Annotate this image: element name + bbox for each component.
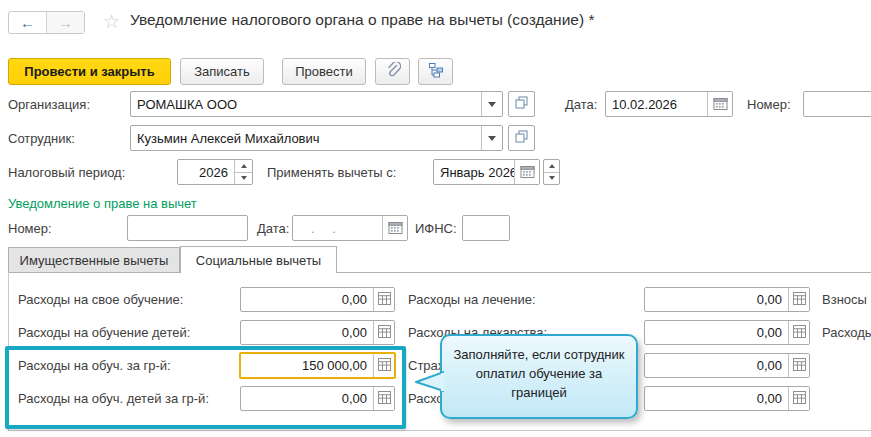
employee-open-button[interactable] <box>508 125 535 151</box>
children-education-field[interactable]: 0,00 <box>240 320 395 345</box>
expenses-abroad-value: 0,00 <box>645 387 788 410</box>
doc-date-value: 10.02.2026 <box>606 92 707 116</box>
organization-combobox[interactable]: РОМАШКА ООО <box>130 91 503 117</box>
ifns-value <box>463 216 509 240</box>
tax-period-field[interactable]: 2026 <box>177 159 253 185</box>
apply-from-field[interactable]: Январь 2026 <box>433 159 540 185</box>
back-button[interactable]: ← <box>9 12 47 33</box>
organization-open-button[interactable] <box>508 91 535 117</box>
callout-tooltip: Заполняйте, если сотрудник оплатил обуче… <box>440 334 638 419</box>
apply-from-spinner[interactable] <box>543 159 560 185</box>
treatment-field[interactable]: 0,00 <box>644 287 810 312</box>
ifns-label: ИФНС: <box>415 221 457 236</box>
favorite-star-icon[interactable]: ☆ <box>103 10 120 33</box>
calculator-icon <box>378 325 391 341</box>
triangle-up <box>549 164 555 168</box>
children-education-abroad-label: Расходы на обуч. детей за гр-й: <box>18 391 209 406</box>
organization-label: Организация: <box>8 97 90 112</box>
treatment-calc-button[interactable] <box>788 288 809 311</box>
tax-period-spinner[interactable] <box>234 160 252 184</box>
ifns-field[interactable] <box>462 215 510 241</box>
calculator-icon <box>378 358 391 374</box>
notification-number-label: Номер: <box>8 221 52 236</box>
apply-from-value: Январь 2026 <box>434 160 514 184</box>
window-title: Уведомление налогового органа о праве на… <box>130 11 594 29</box>
employee-label: Сотрудник: <box>8 131 75 146</box>
children-education-label: Расходы на обучение детей: <box>18 325 190 340</box>
education-abroad-label: Расходы на обуч. за гр-й: <box>18 358 171 373</box>
notification-number-value <box>128 216 247 240</box>
calendar-icon <box>713 96 728 113</box>
post-and-close-button[interactable]: Провести и закрыть <box>8 58 171 85</box>
triangle-up <box>241 164 247 168</box>
calculator-icon <box>793 325 806 341</box>
education-abroad-calc-button[interactable] <box>373 354 394 377</box>
insurance-calc-button[interactable] <box>788 354 809 377</box>
medicines-calc-button[interactable] <box>788 321 809 344</box>
notification-date-calendar-button[interactable] <box>382 216 407 240</box>
children-education-abroad-field[interactable]: 0,00 <box>240 386 395 411</box>
paperclip-icon <box>385 62 401 81</box>
apply-from-label: Применять вычеты с: <box>267 165 396 180</box>
children-education-abroad-value: 0,00 <box>241 387 373 410</box>
triangle-down <box>241 176 247 180</box>
treatment-label: Расходы на лечение: <box>408 292 536 307</box>
contributions-label: Взносы <box>822 292 867 307</box>
expenses-abroad-calc-button[interactable] <box>788 387 809 410</box>
education-abroad-field[interactable]: 150 000,00 <box>239 352 396 379</box>
children-education-calc-button[interactable] <box>373 321 394 344</box>
spin-up-icon[interactable] <box>544 160 559 172</box>
post-button[interactable]: Провести <box>282 58 366 85</box>
forward-button[interactable]: → <box>47 12 84 33</box>
chevron-down-icon <box>488 102 496 107</box>
spin-down-icon[interactable] <box>235 172 252 185</box>
apply-from-calendar-button[interactable] <box>514 160 539 184</box>
doc-date-field[interactable]: 10.02.2026 <box>605 91 733 117</box>
chevron-down-icon <box>488 136 496 141</box>
doc-number-value <box>804 92 871 116</box>
document-structure-button[interactable] <box>418 58 453 85</box>
insurance-field[interactable]: 0,00 <box>644 353 810 378</box>
treatment-value: 0,00 <box>645 288 788 311</box>
spin-up-icon[interactable] <box>235 160 252 172</box>
children-education-abroad-calc-button[interactable] <box>373 387 394 410</box>
doc-number-label: Номер: <box>747 97 791 112</box>
self-education-calc-button[interactable] <box>373 288 394 311</box>
employee-dropdown-button[interactable] <box>481 126 502 150</box>
open-form-icon <box>515 130 528 146</box>
employee-combobox[interactable]: Кузьмин Алексей Михайлович <box>130 125 503 151</box>
calendar-icon <box>388 220 403 237</box>
organization-value: РОМАШКА ООО <box>131 92 481 116</box>
calculator-icon <box>378 292 391 308</box>
insurance-value: 0,00 <box>645 354 788 377</box>
spin-down-icon[interactable] <box>544 172 559 185</box>
attachments-button[interactable] <box>375 58 410 85</box>
calendar-icon <box>520 164 535 181</box>
medicines-field[interactable]: 0,00 <box>644 320 810 345</box>
write-button[interactable]: Записать <box>180 58 264 85</box>
self-education-label: Расходы на свое обучение: <box>18 292 183 307</box>
expenses-label: Расходы <box>822 325 871 340</box>
calculator-icon <box>793 292 806 308</box>
forward-icon: → <box>58 14 73 31</box>
nav-button-group: ← → <box>8 11 85 34</box>
children-education-value: 0,00 <box>241 321 373 344</box>
notification-date-value: . . <box>293 216 382 240</box>
tax-period-value: 2026 <box>178 160 234 184</box>
tax-period-label: Налоговый период: <box>8 165 125 180</box>
document-structure-icon <box>428 62 444 81</box>
organization-dropdown-button[interactable] <box>481 92 502 116</box>
doc-date-calendar-button[interactable] <box>707 92 732 116</box>
notification-date-label: Дата: <box>257 221 289 236</box>
self-education-field[interactable]: 0,00 <box>240 287 395 312</box>
medicines-value: 0,00 <box>645 321 788 344</box>
notification-number-field[interactable] <box>127 215 248 241</box>
tab-social-deductions[interactable]: Социальные вычеты <box>180 246 337 273</box>
notification-date-field[interactable]: . . <box>292 215 408 241</box>
self-education-value: 0,00 <box>241 288 373 311</box>
employee-value: Кузьмин Алексей Михайлович <box>131 126 481 150</box>
doc-number-field[interactable] <box>803 91 871 117</box>
tab-property-deductions[interactable]: Имущественные вычеты <box>8 247 180 272</box>
calculator-icon <box>378 391 391 407</box>
expenses-abroad-field[interactable]: 0,00 <box>644 386 810 411</box>
